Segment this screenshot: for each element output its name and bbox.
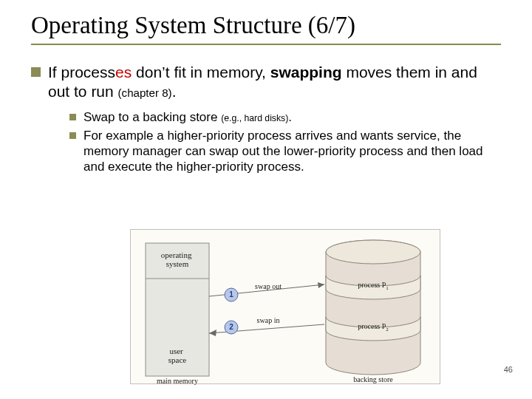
- bullet-frag-bold: swapping: [270, 64, 342, 81]
- cylinder-body: [326, 252, 420, 375]
- swap-in-label: swap in: [257, 316, 280, 324]
- bullet-marker-icon: [69, 114, 76, 120]
- bullet-frag: .: [288, 110, 292, 124]
- arrowhead-icon: [209, 330, 216, 336]
- bullet-frag-small: (e.g., hard disks): [221, 113, 288, 123]
- slide: Operating System Structure (6/7) If proc…: [0, 0, 532, 399]
- diagram-svg: operating system user space main memory …: [131, 230, 441, 385]
- bullet-level1: If processes don’t fit in memory, swappi…: [31, 63, 501, 102]
- bullet-level2: Swap to a backing store (e.g., hard disk…: [69, 109, 501, 125]
- bullet-level2: For example a higher-priority process ar…: [69, 128, 501, 175]
- swapping-diagram: operating system user space main memory …: [130, 229, 440, 384]
- user-space-label: user space: [168, 347, 187, 364]
- bullet-marker-icon: [69, 132, 76, 139]
- bullet-frag: don’t fit in memory,: [132, 64, 270, 81]
- step-2-num: 2: [229, 323, 233, 331]
- page-number: 46: [504, 365, 513, 374]
- title-underline: [31, 44, 501, 45]
- arrowhead-icon: [318, 282, 324, 288]
- bullet-text: If processes don’t fit in memory, swappi…: [48, 63, 501, 102]
- cylinder-top-face: [326, 240, 420, 264]
- bullet-frag-red: es: [115, 64, 132, 81]
- backing-store-label: backing store: [353, 375, 393, 383]
- bullet-text: For example a higher-priority process ar…: [83, 128, 501, 175]
- bullet-frag: If process: [48, 64, 115, 81]
- step-1-num: 1: [229, 290, 233, 299]
- main-memory-label: main memory: [157, 377, 198, 385]
- bullet-marker-icon: [31, 67, 41, 77]
- bullet-frag: .: [172, 83, 177, 100]
- bullet-frag: Swap to a backing store: [83, 110, 221, 124]
- swap-out-label: swap out: [255, 282, 282, 290]
- slide-title: Operating System Structure (6/7): [31, 12, 501, 39]
- bullet-text: Swap to a backing store (e.g., hard disk…: [83, 109, 292, 125]
- bullet-frag-small: (chapter 8): [118, 86, 172, 99]
